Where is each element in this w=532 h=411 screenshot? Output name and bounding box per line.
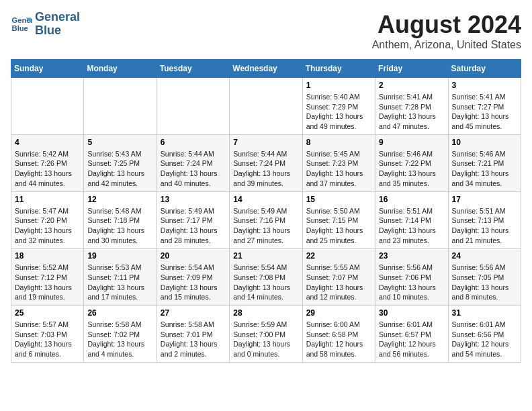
day-number: 19 bbox=[87, 251, 152, 261]
cell-info: Sunrise: 5:56 AM Sunset: 7:06 PM Dayligh… bbox=[379, 263, 444, 302]
day-number: 30 bbox=[379, 308, 444, 318]
cell-info: Sunrise: 5:51 AM Sunset: 7:14 PM Dayligh… bbox=[379, 206, 444, 246]
day-number: 16 bbox=[379, 195, 444, 204]
calendar-cell: 16Sunrise: 5:51 AM Sunset: 7:14 PM Dayli… bbox=[375, 191, 448, 248]
day-number: 17 bbox=[452, 195, 517, 204]
day-number: 11 bbox=[15, 195, 80, 204]
cell-info: Sunrise: 5:44 AM Sunset: 7:24 PM Dayligh… bbox=[161, 149, 226, 189]
svg-text:Blue: Blue bbox=[12, 24, 28, 32]
day-number: 25 bbox=[15, 308, 80, 318]
calendar-cell: 19Sunrise: 5:53 AM Sunset: 7:11 PM Dayli… bbox=[84, 248, 157, 306]
page-title: August 2024 bbox=[372, 11, 521, 39]
header-cell-saturday: Saturday bbox=[448, 60, 521, 78]
day-number: 22 bbox=[306, 251, 371, 261]
calendar-week-5: 25Sunrise: 5:57 AM Sunset: 7:03 PM Dayli… bbox=[11, 306, 521, 363]
calendar-cell: 8Sunrise: 5:45 AM Sunset: 7:23 PM Daylig… bbox=[302, 134, 375, 191]
calendar-cell: 24Sunrise: 5:56 AM Sunset: 7:05 PM Dayli… bbox=[448, 248, 521, 306]
calendar-cell: 6Sunrise: 5:44 AM Sunset: 7:24 PM Daylig… bbox=[157, 134, 229, 191]
calendar-week-1: 1Sunrise: 5:40 AM Sunset: 7:29 PM Daylig… bbox=[11, 78, 521, 135]
calendar-cell: 28Sunrise: 5:59 AM Sunset: 7:00 PM Dayli… bbox=[230, 306, 302, 363]
day-number: 9 bbox=[379, 138, 444, 147]
calendar-cell: 10Sunrise: 5:46 AM Sunset: 7:21 PM Dayli… bbox=[448, 134, 521, 191]
cell-info: Sunrise: 5:54 AM Sunset: 7:09 PM Dayligh… bbox=[161, 263, 226, 302]
logo-text-line2: Blue bbox=[35, 24, 80, 38]
logo: General Blue General Blue bbox=[11, 11, 80, 38]
calendar-table: SundayMondayTuesdayWednesdayThursdayFrid… bbox=[11, 59, 521, 363]
day-number: 8 bbox=[306, 138, 371, 147]
calendar-cell: 3Sunrise: 5:41 AM Sunset: 7:27 PM Daylig… bbox=[448, 78, 521, 135]
cell-info: Sunrise: 5:58 AM Sunset: 7:02 PM Dayligh… bbox=[87, 320, 152, 359]
cell-info: Sunrise: 5:50 AM Sunset: 7:15 PM Dayligh… bbox=[306, 206, 371, 246]
calendar-cell: 21Sunrise: 5:54 AM Sunset: 7:08 PM Dayli… bbox=[230, 248, 302, 306]
day-number: 21 bbox=[233, 251, 298, 261]
day-number: 28 bbox=[233, 308, 298, 318]
calendar-week-3: 11Sunrise: 5:47 AM Sunset: 7:20 PM Dayli… bbox=[11, 191, 521, 248]
cell-info: Sunrise: 5:53 AM Sunset: 7:11 PM Dayligh… bbox=[87, 263, 152, 302]
calendar-cell: 15Sunrise: 5:50 AM Sunset: 7:15 PM Dayli… bbox=[302, 191, 375, 248]
calendar-cell: 11Sunrise: 5:47 AM Sunset: 7:20 PM Dayli… bbox=[11, 191, 84, 248]
day-number: 15 bbox=[306, 195, 371, 204]
cell-info: Sunrise: 5:52 AM Sunset: 7:12 PM Dayligh… bbox=[15, 263, 80, 302]
calendar-cell: 22Sunrise: 5:55 AM Sunset: 7:07 PM Dayli… bbox=[302, 248, 375, 306]
header-cell-sunday: Sunday bbox=[11, 60, 84, 78]
calendar-cell bbox=[11, 78, 84, 135]
logo-text-line1: General bbox=[35, 11, 80, 24]
calendar-cell: 17Sunrise: 5:51 AM Sunset: 7:13 PM Dayli… bbox=[448, 191, 521, 248]
day-number: 24 bbox=[452, 251, 517, 261]
cell-info: Sunrise: 5:48 AM Sunset: 7:18 PM Dayligh… bbox=[87, 206, 152, 246]
calendar-cell: 2Sunrise: 5:41 AM Sunset: 7:28 PM Daylig… bbox=[375, 78, 448, 135]
calendar-week-4: 18Sunrise: 5:52 AM Sunset: 7:12 PM Dayli… bbox=[11, 248, 521, 306]
day-number: 5 bbox=[87, 138, 152, 147]
cell-info: Sunrise: 5:40 AM Sunset: 7:29 PM Dayligh… bbox=[306, 92, 371, 132]
calendar-cell bbox=[230, 78, 302, 135]
day-number: 18 bbox=[15, 251, 80, 261]
calendar-cell: 23Sunrise: 5:56 AM Sunset: 7:06 PM Dayli… bbox=[375, 248, 448, 306]
cell-info: Sunrise: 6:00 AM Sunset: 6:58 PM Dayligh… bbox=[306, 320, 371, 359]
day-number: 20 bbox=[161, 251, 226, 261]
calendar-cell: 30Sunrise: 6:01 AM Sunset: 6:57 PM Dayli… bbox=[375, 306, 448, 363]
day-number: 29 bbox=[306, 308, 371, 318]
calendar-cell: 29Sunrise: 6:00 AM Sunset: 6:58 PM Dayli… bbox=[302, 306, 375, 363]
calendar-cell: 26Sunrise: 5:58 AM Sunset: 7:02 PM Dayli… bbox=[84, 306, 157, 363]
header-cell-monday: Monday bbox=[84, 60, 157, 78]
calendar-cell: 7Sunrise: 5:44 AM Sunset: 7:24 PM Daylig… bbox=[230, 134, 302, 191]
cell-info: Sunrise: 5:57 AM Sunset: 7:03 PM Dayligh… bbox=[15, 320, 80, 359]
page-subtitle: Anthem, Arizona, United States bbox=[372, 39, 521, 51]
cell-info: Sunrise: 5:42 AM Sunset: 7:26 PM Dayligh… bbox=[15, 149, 80, 189]
calendar-cell: 14Sunrise: 5:49 AM Sunset: 7:16 PM Dayli… bbox=[230, 191, 302, 248]
cell-info: Sunrise: 5:46 AM Sunset: 7:22 PM Dayligh… bbox=[379, 149, 444, 189]
calendar-cell: 1Sunrise: 5:40 AM Sunset: 7:29 PM Daylig… bbox=[302, 78, 375, 135]
day-number: 23 bbox=[379, 251, 444, 261]
day-number: 7 bbox=[233, 138, 298, 147]
day-number: 10 bbox=[452, 138, 517, 147]
day-number: 26 bbox=[87, 308, 152, 318]
calendar-cell: 20Sunrise: 5:54 AM Sunset: 7:09 PM Dayli… bbox=[157, 248, 229, 306]
calendar-cell bbox=[157, 78, 229, 135]
day-number: 1 bbox=[306, 81, 371, 90]
day-number: 2 bbox=[379, 81, 444, 90]
day-number: 12 bbox=[87, 195, 152, 204]
logo-icon: General Blue bbox=[11, 13, 32, 35]
calendar-week-2: 4Sunrise: 5:42 AM Sunset: 7:26 PM Daylig… bbox=[11, 134, 521, 191]
cell-info: Sunrise: 6:01 AM Sunset: 6:56 PM Dayligh… bbox=[452, 320, 517, 359]
calendar-cell: 27Sunrise: 5:58 AM Sunset: 7:01 PM Dayli… bbox=[157, 306, 229, 363]
day-number: 6 bbox=[161, 138, 226, 147]
cell-info: Sunrise: 5:54 AM Sunset: 7:08 PM Dayligh… bbox=[233, 263, 298, 302]
cell-info: Sunrise: 5:59 AM Sunset: 7:00 PM Dayligh… bbox=[233, 320, 298, 359]
calendar-cell: 18Sunrise: 5:52 AM Sunset: 7:12 PM Dayli… bbox=[11, 248, 84, 306]
cell-info: Sunrise: 5:41 AM Sunset: 7:28 PM Dayligh… bbox=[379, 92, 444, 132]
header-row: SundayMondayTuesdayWednesdayThursdayFrid… bbox=[11, 60, 521, 78]
day-number: 3 bbox=[452, 81, 517, 90]
cell-info: Sunrise: 6:01 AM Sunset: 6:57 PM Dayligh… bbox=[379, 320, 444, 359]
cell-info: Sunrise: 5:49 AM Sunset: 7:16 PM Dayligh… bbox=[233, 206, 298, 246]
cell-info: Sunrise: 5:51 AM Sunset: 7:13 PM Dayligh… bbox=[452, 206, 517, 246]
calendar-cell: 13Sunrise: 5:49 AM Sunset: 7:17 PM Dayli… bbox=[157, 191, 229, 248]
day-number: 14 bbox=[233, 195, 298, 204]
day-number: 4 bbox=[15, 138, 80, 147]
calendar-cell: 25Sunrise: 5:57 AM Sunset: 7:03 PM Dayli… bbox=[11, 306, 84, 363]
cell-info: Sunrise: 5:41 AM Sunset: 7:27 PM Dayligh… bbox=[452, 92, 517, 132]
header-cell-friday: Friday bbox=[375, 60, 448, 78]
cell-info: Sunrise: 5:47 AM Sunset: 7:20 PM Dayligh… bbox=[15, 206, 80, 246]
day-number: 13 bbox=[161, 195, 226, 204]
calendar-body: 1Sunrise: 5:40 AM Sunset: 7:29 PM Daylig… bbox=[11, 78, 521, 363]
